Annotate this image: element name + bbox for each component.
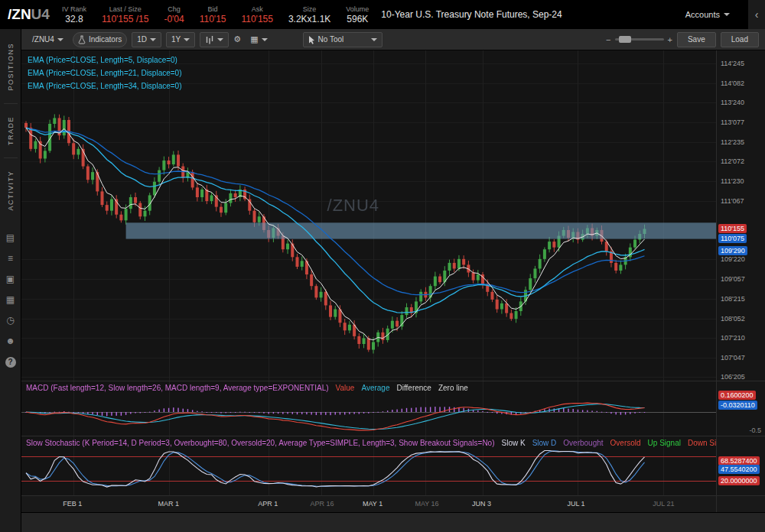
stat-label-ask: Ask [241,5,272,13]
community-icon[interactable]: ☻ [5,336,15,345]
symbol-title: /ZNU4 [8,6,50,23]
left-sidebar: POSITIONSTRADEACTIVITY ▤≡▣▦◷☻? [0,29,21,532]
indicators-label: Indicators [89,35,122,44]
chart-stack: /ZNU4 EMA (Price=CLOSE, Length=5, Displa… [21,50,765,532]
time-axis-corner [716,496,765,512]
chevron-down-icon [724,13,730,16]
stat-iv-rank: IV Rank32.8 [62,5,86,24]
zoom-control: − + [606,35,672,44]
gear-icon[interactable]: ⚙ [233,35,241,44]
chart-style-dropdown[interactable] [200,32,229,47]
y-axis-label: 107'047 [721,354,745,362]
y-axis-label: 111'067 [721,197,744,205]
zoom-slider-handle[interactable] [619,36,631,43]
header-stats: IV Rank32.8Last / Size110'155 /15Chg-0'0… [62,5,369,24]
load-button[interactable]: Load [721,32,759,47]
legend-item-value: Value [336,384,355,392]
range-dropdown[interactable]: 1Y [166,32,195,47]
time-axis[interactable]: FEB 1MAR 1APR 1APR 16MAY 1MAY 16JUN 3JUL… [21,496,716,512]
zoom-slider[interactable] [615,38,664,41]
y-axis-label: 108'052 [721,315,745,323]
y-axis-label: 113'077 [721,118,744,126]
y-axis-label: 113'240 [721,99,744,106]
price-axis[interactable]: 114'245114'082113'240113'077112'235112'0… [716,50,765,381]
x-axis-tick: MAY 1 [363,500,382,508]
stat-label-chg: Chg [164,5,184,13]
header: /ZNU4 IV Rank32.8Last / Size110'155 /15C… [0,0,765,29]
app-root: /ZNU4 IV Rank32.8Last / Size110'155 /15C… [0,0,765,532]
stoch-title: Slow Stochastic (K Period=14, D Period=3… [26,439,495,447]
stoch-value-badge: 20.0000000 [718,476,760,485]
x-axis-tick: APR 16 [311,500,334,508]
sidebar-divider [4,157,18,158]
x-axis-tick: FEB 1 [63,500,82,508]
sidebar-tabs: POSITIONSTRADEACTIVITY [4,32,18,221]
sidebar-tab-activity[interactable]: ACTIVITY [7,160,15,222]
accounts-label: Accounts [685,10,720,19]
accounts-menu-button[interactable]: Accounts [679,7,736,22]
x-axis-tick: APR 1 [258,500,278,508]
drawing-tool-dropdown[interactable]: No Tool [303,32,382,47]
save-button[interactable]: Save [677,32,716,47]
macd-plot: MACD (Fast length=12, Slow length=26, MA… [21,381,716,436]
apps-grid-icon[interactable]: ▦ [6,295,15,304]
chevron-down-icon [262,38,268,41]
y-axis-label: 114'245 [721,60,744,67]
watchlist-icon[interactable]: ≡ [8,254,13,263]
x-axis-tick: JUL 1 [567,500,584,508]
legend-item-down-signal: Down Signal [688,439,716,447]
x-axis-tick: JUL 21 [653,500,674,508]
monitor-icon[interactable]: ▣ [6,274,15,284]
x-axis-tick: MAY 16 [415,500,438,508]
stat-value-last-size: 110'155 /15 [102,14,148,24]
symbol-selector[interactable]: /ZNU4 [28,32,68,47]
macd-title: MACD (Fast length=12, Slow length=26, MA… [26,384,329,392]
legend-item-oversold: Oversold [610,439,641,447]
stoch-axis[interactable]: 68.528740047.554020020.0000000 [716,436,765,495]
ohlc-bars-icon [205,35,214,44]
chevron-down-icon [217,38,223,41]
stat-bid: Bid110'15 [200,5,226,24]
legend-item-overbought: Overbought [563,439,603,447]
sidebar-tab-positions[interactable]: POSITIONS [7,32,15,102]
stat-label-bid: Bid [200,5,226,13]
stat-chg: Chg-0'04 [164,5,184,24]
help-icon[interactable]: ? [5,357,16,368]
flask-icon [78,35,86,44]
collapse-panel-button[interactable]: ‹ [748,0,765,29]
indicators-button[interactable]: Indicators [73,32,127,47]
price-plot: /ZNU4 EMA (Price=CLOSE, Length=5, Displa… [21,50,716,381]
macd-scale-label: -0.5 [749,427,761,434]
y-axis-label: 107'210 [721,334,745,342]
macd-value-badge: -0.0320110 [718,401,757,410]
stat-value-chg: -0'04 [164,14,184,24]
range-value: 1Y [171,35,181,44]
stat-value-bid: 110'15 [200,14,226,24]
cursor-icon [308,35,315,44]
price-badge: 109'290 [718,246,747,255]
macd-legend-row: MACD (Fast length=12, Slow length=26, MA… [26,384,468,392]
zoom-in-icon[interactable]: + [668,35,672,44]
zoom-out-icon[interactable]: − [606,35,610,44]
legend-item-difference: Difference [397,384,431,392]
notebook-icon[interactable]: ▤ [6,233,15,242]
stat-volume: Volume596K [346,5,369,24]
bottom-bar [21,512,765,532]
price-badge: 110'155 [718,224,747,233]
grid-icon: ▦ [250,35,258,44]
symbol-selector-label: /ZNU4 [32,35,54,44]
legend-item-average: Average [361,384,389,392]
timeframe-dropdown[interactable]: 1D [132,32,161,47]
stat-value-volume: 596K [346,14,369,24]
chart-watermark: /ZNU4 [327,196,380,216]
macd-axis[interactable]: -0.5 0.1600200-0.0320110 [716,381,765,436]
tool-label: No Tool [318,35,368,44]
stat-size: Size3.2Kx1.1K [288,5,330,24]
stat-label-last-size: Last / Size [102,5,148,13]
clock-icon[interactable]: ◷ [6,316,14,325]
stat-value-ask: 110'155 [241,14,272,24]
time-axis-row: FEB 1MAR 1APR 1APR 16MAY 1MAY 16JUN 3JUL… [21,495,765,512]
chevron-down-icon [57,38,63,41]
sidebar-tab-trade[interactable]: TRADE [7,105,15,156]
grid-layout-dropdown[interactable]: ▦ [246,32,272,47]
